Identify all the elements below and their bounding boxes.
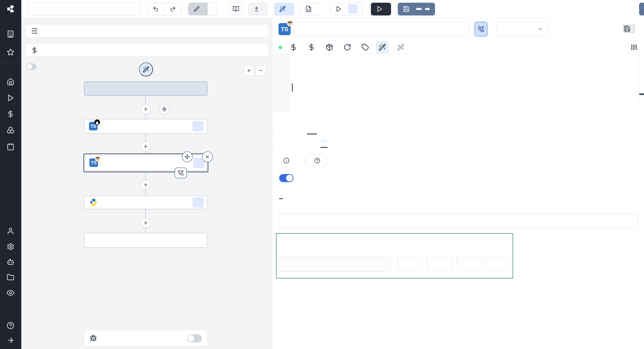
suspend-tab-permissions[interactable] — [305, 188, 309, 199]
plus-icon — [246, 68, 252, 73]
play-icon — [376, 5, 383, 12]
graph-node-input[interactable] — [84, 81, 208, 96]
suspend-enabled-toggle[interactable] — [279, 174, 294, 182]
phone-incoming-icon — [478, 26, 484, 32]
suspend-tab-form[interactable] — [292, 188, 296, 199]
workers-bot-icon[interactable] — [7, 258, 14, 266]
save-to-workspace-button[interactable] — [623, 25, 634, 32]
suspend-heading-row — [279, 154, 637, 167]
move-step-button[interactable] — [182, 151, 192, 162]
magic-wand-icon — [279, 5, 286, 12]
timeout-sec-input[interactable] — [397, 256, 423, 271]
approval-prompt-helpers-button[interactable] — [305, 154, 326, 167]
tab-advanced[interactable] — [307, 122, 317, 134]
resources-dollar-icon[interactable] — [308, 43, 315, 51]
windmill-logo[interactable] — [6, 3, 16, 14]
audit-eye-icon[interactable] — [7, 289, 14, 297]
path-button[interactable] — [188, 3, 208, 15]
graph-node-step-a[interactable]: TS — [84, 119, 208, 134]
reload-icon[interactable] — [344, 43, 351, 51]
pencil-icon — [194, 6, 200, 12]
resources-boxes-icon[interactable] — [7, 126, 14, 134]
topbar — [21, 0, 644, 18]
home-icon[interactable] — [7, 78, 14, 86]
graph-node-result[interactable] — [84, 233, 208, 248]
approvals-required-input[interactable] — [279, 214, 638, 228]
dataflow-toggle[interactable] — [26, 63, 36, 70]
minimap-divider — [639, 54, 639, 110]
export-file-icon — [305, 5, 312, 12]
zoom-in-button[interactable] — [244, 66, 254, 75]
flow-settings-card[interactable] — [26, 24, 269, 37]
step-a-id-badge — [192, 121, 204, 131]
flow-summary-input[interactable] — [27, 3, 140, 15]
insert-step-button[interactable] — [140, 218, 151, 228]
path-group[interactable] — [188, 3, 217, 15]
expand-sidebar-arrow-icon[interactable] — [7, 337, 14, 344]
python-logo-icon — [89, 198, 98, 207]
step-select-dropdown[interactable] — [496, 22, 548, 36]
library-icon[interactable] — [630, 43, 638, 51]
insert-step-button[interactable] — [140, 180, 151, 190]
redo-button[interactable] — [164, 3, 181, 15]
variables-dollar-icon[interactable] — [290, 43, 297, 51]
play-icon — [335, 5, 342, 12]
insert-trigger-button[interactable] — [159, 104, 170, 114]
folders-icon[interactable] — [7, 274, 14, 281]
move-icon — [184, 154, 190, 159]
delete-step-button[interactable] — [202, 151, 213, 162]
info-icon[interactable] — [283, 157, 290, 164]
diff-icon — [253, 5, 260, 12]
s-key-badge — [425, 8, 430, 10]
app-sidebar — [0, 0, 21, 349]
variables-dollar-icon[interactable] — [7, 110, 14, 118]
export-button[interactable] — [300, 3, 320, 15]
timeout-min-input[interactable] — [426, 256, 452, 271]
timeout-hour-input[interactable] — [456, 256, 482, 271]
step-name-input[interactable] — [294, 22, 469, 36]
timeout-day-input[interactable] — [485, 256, 511, 271]
graph-node-step-b[interactable] — [84, 196, 208, 209]
error-handler-toggle[interactable] — [187, 334, 202, 342]
user-icon[interactable] — [7, 227, 14, 235]
minimap-scroll-marker[interactable] — [639, 93, 644, 95]
ai-assistant-active-button[interactable] — [376, 41, 389, 54]
code-editor[interactable] — [272, 54, 644, 122]
runs-play-icon[interactable] — [7, 94, 14, 102]
ai-flow-builder-button[interactable] — [274, 3, 294, 15]
close-icon — [205, 154, 210, 159]
all-static-inputs-card[interactable] — [26, 44, 269, 57]
save-draft-button[interactable] — [398, 3, 435, 15]
docs-book-button[interactable] — [230, 3, 242, 15]
deploy-button-cutoff[interactable] — [639, 3, 644, 15]
help-icon[interactable] — [7, 322, 14, 329]
suspend-approval-toggle-button[interactable] — [474, 22, 488, 36]
zoom-out-button[interactable] — [256, 66, 266, 75]
test-flow-button[interactable] — [371, 3, 391, 15]
subtab-suspend[interactable] — [320, 135, 328, 148]
plus-icon — [143, 106, 148, 112]
schedules-calendar-icon[interactable] — [7, 143, 14, 151]
advanced-subtabs — [272, 135, 644, 148]
package-icon[interactable] — [326, 43, 333, 51]
wand-disabled-icon[interactable] — [397, 43, 404, 51]
suspend-section — [272, 154, 644, 279]
settings-gear-icon[interactable] — [7, 243, 14, 250]
undo-button[interactable] — [147, 3, 164, 15]
diff-button[interactable] — [248, 3, 268, 15]
help-icon — [314, 158, 320, 164]
workspace-icon[interactable] — [7, 30, 14, 38]
favorites-star-icon[interactable] — [7, 48, 14, 56]
timeout-display-value — [279, 257, 390, 272]
step-header: TS — [272, 18, 644, 40]
error-handler-card[interactable] — [84, 330, 208, 346]
insert-step-button[interactable] — [140, 104, 151, 114]
test-up-to-button[interactable] — [330, 3, 363, 15]
insert-step-button[interactable] — [140, 141, 151, 152]
tag-icon[interactable] — [362, 43, 369, 51]
plus-icon — [143, 220, 148, 226]
flow-graph-panel: TS TS — [21, 18, 272, 349]
suspend-tab-core[interactable] — [279, 188, 283, 199]
ai-wand-fab-button[interactable] — [139, 62, 153, 76]
dollar-icon — [31, 47, 38, 53]
